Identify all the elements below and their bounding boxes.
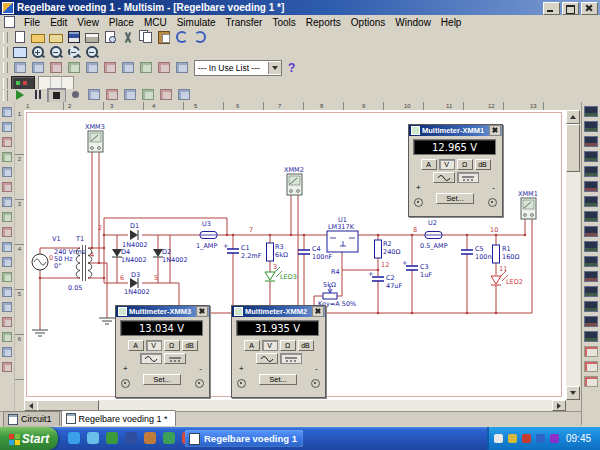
pause-icon[interactable] bbox=[29, 88, 46, 102]
ohm-mode-button[interactable]: Ω bbox=[280, 340, 296, 351]
menu-item[interactable]: Window bbox=[390, 17, 436, 28]
copy-icon[interactable] bbox=[137, 30, 154, 44]
ttl-icon[interactable] bbox=[0, 179, 14, 194]
vertical-scroll-thumb[interactable] bbox=[566, 124, 580, 172]
antivirus-icon[interactable] bbox=[521, 433, 532, 444]
menu-item[interactable]: Transfer bbox=[221, 17, 268, 28]
transistor-icon[interactable] bbox=[0, 149, 14, 164]
toolbar-grip[interactable] bbox=[3, 78, 8, 89]
cmos-icon[interactable] bbox=[0, 194, 14, 209]
design-toolbox-icon[interactable] bbox=[11, 61, 28, 75]
voltage-mode-button[interactable]: V bbox=[146, 340, 162, 351]
scroll-down-icon[interactable] bbox=[566, 386, 580, 400]
menu-item[interactable]: Place bbox=[104, 17, 139, 28]
close-icon[interactable] bbox=[196, 306, 208, 317]
menu-item[interactable]: Options bbox=[346, 17, 390, 28]
voltage-mode-button[interactable]: V bbox=[439, 159, 455, 170]
step-into-icon[interactable] bbox=[85, 88, 102, 102]
multimeter-titlebar[interactable]: Multimeter-XMM2 bbox=[232, 306, 325, 317]
component-c2[interactable]: + C2 47uF bbox=[368, 270, 402, 290]
connector-icon[interactable] bbox=[0, 344, 14, 359]
multimeter-icon[interactable] bbox=[583, 104, 600, 119]
minimize-icon[interactable] bbox=[543, 2, 560, 15]
menu-item[interactable]: Edit bbox=[45, 17, 72, 28]
toolbar-grip[interactable] bbox=[3, 47, 8, 58]
measurement-probe-icon[interactable] bbox=[583, 359, 600, 374]
in-use-list-dropdown[interactable]: --- In Use List --- bbox=[194, 60, 282, 76]
db-mode-button[interactable]: dB bbox=[298, 340, 314, 351]
distortion-analyzer-icon[interactable] bbox=[583, 269, 600, 284]
zoom-area-icon[interactable] bbox=[65, 45, 82, 59]
media-player-icon[interactable] bbox=[104, 430, 119, 445]
multimeter-window-xmm2[interactable]: Multimeter-XMM2 31.935 V A V Ω dB + - Se… bbox=[231, 305, 326, 398]
agilent-function-generator-icon[interactable] bbox=[583, 314, 600, 329]
zoom-fit-icon[interactable] bbox=[83, 45, 100, 59]
analog-icon[interactable] bbox=[0, 164, 14, 179]
ampere-mode-button[interactable]: A bbox=[128, 340, 144, 351]
power-icon[interactable] bbox=[0, 254, 14, 269]
positive-terminal[interactable] bbox=[121, 379, 130, 388]
iv-analyzer-icon[interactable] bbox=[583, 254, 600, 269]
voltage-mode-button[interactable]: V bbox=[262, 340, 278, 351]
run-to-cursor-icon[interactable] bbox=[139, 88, 156, 102]
erc-icon[interactable] bbox=[119, 61, 136, 75]
word-icon[interactable] bbox=[535, 433, 546, 444]
breakpoint-icon[interactable] bbox=[157, 88, 174, 102]
ohm-mode-button[interactable]: Ω bbox=[164, 340, 180, 351]
component-r1[interactable]: R1 160Ω 11 bbox=[493, 245, 520, 273]
negative-terminal[interactable] bbox=[195, 379, 204, 388]
forward-annotate-icon[interactable] bbox=[173, 61, 190, 75]
close-icon[interactable] bbox=[489, 125, 501, 136]
mcu-icon[interactable] bbox=[0, 359, 14, 374]
fullscreen-icon[interactable] bbox=[11, 45, 28, 59]
toolbar-grip[interactable] bbox=[3, 90, 8, 101]
logic-analyzer-icon[interactable] bbox=[583, 224, 600, 239]
print-preview-icon[interactable] bbox=[101, 30, 118, 44]
toolbar-grip[interactable] bbox=[3, 62, 8, 73]
create-component-icon[interactable] bbox=[65, 61, 82, 75]
database-manager-icon[interactable] bbox=[47, 61, 64, 75]
menu-item[interactable]: Reports bbox=[301, 17, 346, 28]
dropdown-arrow-icon[interactable] bbox=[268, 62, 281, 74]
grapher-icon[interactable] bbox=[83, 61, 100, 75]
db-mode-button[interactable]: dB bbox=[182, 340, 198, 351]
agilent-oscilloscope-icon[interactable] bbox=[583, 329, 600, 344]
close-icon[interactable] bbox=[312, 306, 324, 317]
taskbar-item-multisim[interactable]: Regelbare voeding 1 ... bbox=[185, 430, 303, 447]
misc-digital-icon[interactable] bbox=[0, 209, 14, 224]
instrument-xmm3-icon[interactable]: XMM3 bbox=[85, 123, 105, 152]
print-icon[interactable] bbox=[83, 30, 100, 44]
save-icon[interactable] bbox=[65, 30, 82, 44]
set-button[interactable]: Set... bbox=[436, 193, 474, 204]
positive-terminal[interactable] bbox=[237, 379, 246, 388]
step-over-icon[interactable] bbox=[103, 88, 120, 102]
current-clamp-icon[interactable] bbox=[583, 374, 600, 389]
zoom-in-icon[interactable] bbox=[29, 45, 46, 59]
back-annotate-icon[interactable] bbox=[155, 61, 172, 75]
volume-icon[interactable] bbox=[507, 433, 518, 444]
multimeter-titlebar[interactable]: Multimeter-XMM3 bbox=[116, 306, 209, 317]
logic-converter-icon[interactable] bbox=[583, 239, 600, 254]
toolbar-grip[interactable] bbox=[3, 32, 8, 43]
step-out-icon[interactable] bbox=[121, 88, 138, 102]
tab-regelbare-voeding[interactable]: Regelbare voeding 1 * bbox=[61, 410, 176, 426]
undo-icon[interactable] bbox=[173, 30, 190, 44]
set-button[interactable]: Set... bbox=[143, 374, 181, 385]
vertical-scrollbar[interactable] bbox=[566, 110, 580, 400]
component-c1[interactable]: + C1 2.2mF bbox=[223, 242, 262, 260]
search-icon[interactable] bbox=[161, 430, 176, 445]
scroll-up-icon[interactable] bbox=[566, 110, 580, 124]
new-icon[interactable] bbox=[11, 30, 28, 44]
word-generator-icon[interactable] bbox=[583, 209, 600, 224]
menu-item[interactable]: View bbox=[72, 17, 104, 28]
menu-item[interactable]: Simulate bbox=[172, 17, 221, 28]
oscilloscope-icon[interactable] bbox=[583, 149, 600, 164]
db-mode-button[interactable]: dB bbox=[475, 159, 491, 170]
peripherals-icon[interactable] bbox=[0, 284, 14, 299]
scroll-right-icon[interactable] bbox=[552, 400, 566, 411]
redo-icon[interactable] bbox=[191, 30, 208, 44]
misc-icon[interactable] bbox=[0, 269, 14, 284]
open-icon[interactable] bbox=[29, 30, 46, 44]
component-c5[interactable]: C5 100nF bbox=[461, 245, 496, 261]
multimeter-window-xmm3[interactable]: Multimeter-XMM3 13.034 V A V Ω dB + - Se… bbox=[115, 305, 210, 398]
